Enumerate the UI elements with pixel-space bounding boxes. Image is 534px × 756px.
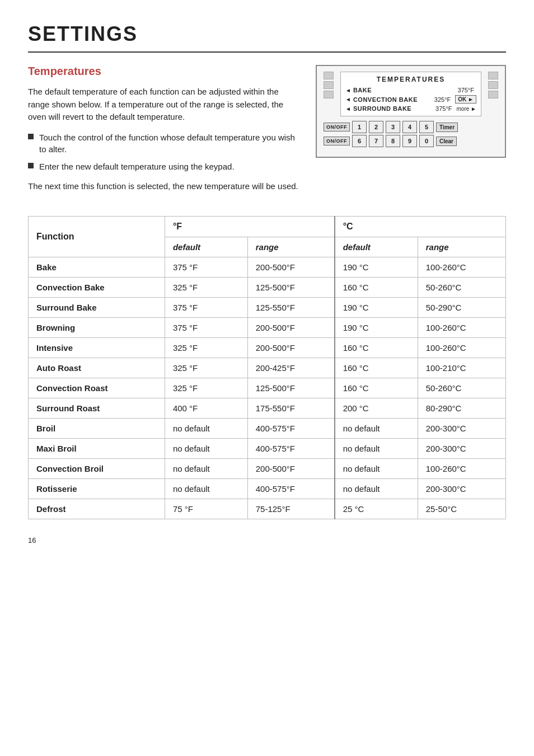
cell-f-default-3: 375 °F: [165, 318, 247, 338]
cell-c-default-11: no default: [335, 479, 418, 499]
key-5[interactable]: 5: [419, 121, 434, 133]
table-row: Intensive 325 °F 200-500°F 160 °C 100-26…: [29, 338, 506, 358]
cell-c-default-3: 190 °C: [335, 318, 418, 338]
arrow-surround-bake: ◄: [345, 106, 351, 112]
cell-f-range-0: 200-500°F: [247, 257, 334, 278]
section-heading: Temperatures: [28, 65, 299, 78]
subheader-c-default: default: [335, 237, 418, 257]
cell-function-4: Intensive: [29, 338, 165, 358]
cell-f-range-9: 400-575°F: [247, 439, 334, 459]
key-3[interactable]: 3: [386, 121, 400, 133]
cell-c-range-1: 50-260°C: [418, 278, 505, 298]
keypad-row-1: ON/OFF 1 2 3 4 5 Timer: [324, 121, 498, 133]
intro-paragraph: The default temperature of each function…: [28, 86, 299, 124]
table-row: Surround Bake 375 °F 125-550°F 190 °C 50…: [29, 298, 506, 318]
ok-button[interactable]: OK ►: [455, 95, 476, 104]
onoff-button-2[interactable]: ON/OFF: [324, 137, 350, 145]
cell-c-default-2: 190 °C: [335, 298, 418, 318]
table-row: Defrost 75 °F 75-125°F 25 °C 25-50°C: [29, 499, 506, 519]
cell-c-range-12: 25-50°C: [418, 499, 505, 519]
cell-function-11: Rotisserie: [29, 479, 165, 499]
cell-c-range-7: 80-290°C: [418, 398, 505, 419]
subheader-f-default: default: [165, 237, 247, 257]
cell-f-default-9: no default: [165, 439, 247, 459]
cell-function-1: Convection Bake: [29, 278, 165, 298]
cell-f-range-6: 125-500°F: [247, 378, 334, 398]
left-bar-3: [324, 91, 334, 98]
key-9[interactable]: 9: [402, 135, 417, 147]
cell-f-default-7: 400 °F: [165, 398, 247, 419]
col-c-header: °C: [335, 217, 506, 237]
cell-f-default-1: 325 °F: [165, 278, 247, 298]
cell-function-7: Surround Roast: [29, 398, 165, 419]
cell-function-0: Bake: [29, 257, 165, 278]
cell-function-8: Broil: [29, 419, 165, 439]
left-bar-2: [324, 81, 334, 89]
bullet-icon-2: [28, 163, 34, 168]
table-row: Maxi Broil no default 400-575°F no defau…: [29, 439, 506, 459]
func-name-convection-bake: CONVECTION BAKE: [353, 96, 432, 103]
cell-f-range-2: 125-550°F: [247, 298, 334, 318]
arrow-convection-bake: ◄: [345, 96, 351, 102]
cell-f-range-4: 200-500°F: [247, 338, 334, 358]
cell-c-range-8: 200-300°C: [418, 419, 505, 439]
cell-function-3: Browning: [29, 318, 165, 338]
more-button[interactable]: more ►: [457, 106, 476, 112]
timer-button[interactable]: Timer: [436, 123, 458, 132]
func-name-surround-bake: SURROUND BAKE: [353, 105, 433, 112]
cell-c-range-9: 200-300°C: [418, 439, 505, 459]
arrow-bake: ◄: [345, 87, 351, 93]
right-bar-2: [488, 81, 498, 89]
table-row: Browning 375 °F 200-500°F 190 °C 100-260…: [29, 318, 506, 338]
cell-c-range-10: 100-260°C: [418, 459, 505, 479]
key-4[interactable]: 4: [402, 121, 417, 133]
keypad-area: ON/OFF 1 2 3 4 5 Timer ON/OFF 6 7 8 9 0 …: [324, 121, 498, 147]
cell-f-range-12: 75-125°F: [247, 499, 334, 519]
cell-f-range-7: 175-550°F: [247, 398, 334, 419]
cell-c-range-6: 50-260°C: [418, 378, 505, 398]
cell-c-default-10: no default: [335, 459, 418, 479]
subheader-c-range: range: [418, 237, 505, 257]
onoff-button-1[interactable]: ON/OFF: [324, 123, 350, 132]
keypad-row-2: ON/OFF 6 7 8 9 0 Clear: [324, 135, 498, 147]
cell-c-range-4: 100-260°C: [418, 338, 505, 358]
func-temp-surround-bake: 375°F: [435, 105, 452, 112]
temperature-table: Function °F °C default range default ran…: [28, 216, 506, 519]
oven-panel-wrap: TEMPERATURES ◄ BAKE 375°F ◄ CONVECTION B…: [316, 65, 506, 158]
col-f-header: °F: [165, 217, 334, 237]
func-temp-bake: 375°F: [458, 87, 474, 93]
cell-f-range-11: 400-575°F: [247, 479, 334, 499]
panel-title: TEMPERATURES: [345, 76, 476, 83]
cell-function-2: Surround Bake: [29, 298, 165, 318]
cell-c-default-4: 160 °C: [335, 338, 418, 358]
cell-f-range-10: 200-500°F: [247, 459, 334, 479]
table-row: Convection Bake 325 °F 125-500°F 160 °C …: [29, 278, 506, 298]
bullet-item-2: Enter the new default temperature using …: [28, 161, 299, 172]
cell-c-range-3: 100-260°C: [418, 318, 505, 338]
bullet-text-2: Enter the new default temperature using …: [39, 161, 235, 172]
col-function-header: Function: [29, 217, 165, 257]
cell-f-default-11: no default: [165, 479, 247, 499]
cell-f-default-6: 325 °F: [165, 378, 247, 398]
cell-c-default-6: 160 °C: [335, 378, 418, 398]
cell-c-default-0: 190 °C: [335, 257, 418, 278]
table-row: Convection Broil no default 200-500°F no…: [29, 459, 506, 479]
key-7[interactable]: 7: [369, 135, 383, 147]
right-bar-1: [488, 72, 498, 79]
key-0[interactable]: 0: [419, 135, 434, 147]
bullet-text-1: Touch the control of the function whose …: [39, 132, 299, 155]
key-6[interactable]: 6: [352, 135, 367, 147]
outro-paragraph: The next time this function is selected,…: [28, 180, 299, 193]
cell-c-range-0: 100-260°C: [418, 257, 505, 278]
section-text: Temperatures The default temperature of …: [28, 65, 299, 200]
clear-button[interactable]: Clear: [436, 137, 457, 146]
cell-c-default-9: no default: [335, 439, 418, 459]
table-row: Surround Roast 400 °F 175-550°F 200 °C 8…: [29, 398, 506, 419]
cell-c-range-11: 200-300°C: [418, 479, 505, 499]
cell-c-default-12: 25 °C: [335, 499, 418, 519]
key-8[interactable]: 8: [386, 135, 400, 147]
key-1[interactable]: 1: [352, 121, 367, 133]
key-2[interactable]: 2: [369, 121, 383, 133]
func-name-bake: BAKE: [353, 87, 456, 93]
table-row: Broil no default 400-575°F no default 20…: [29, 419, 506, 439]
